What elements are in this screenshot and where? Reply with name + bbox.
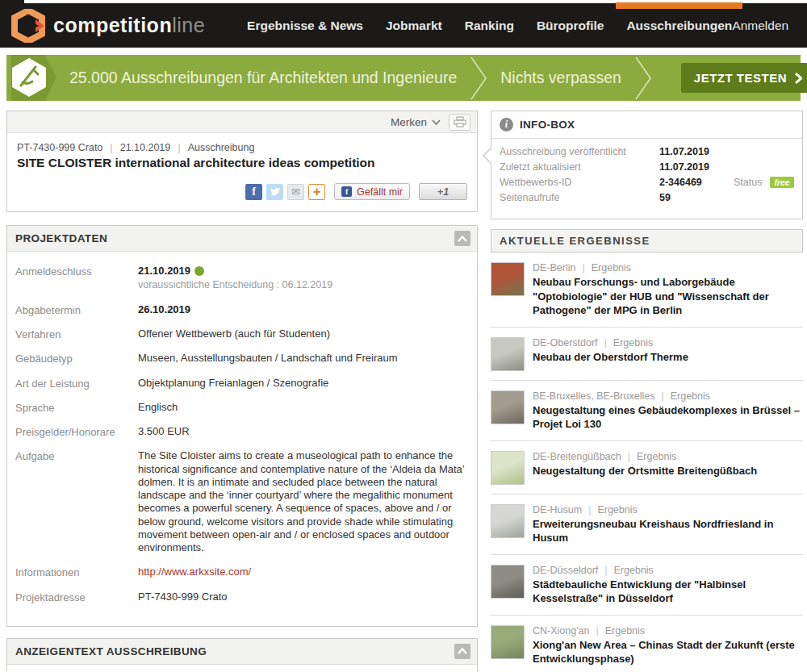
- breadcrumb-item: Ausschreibung: [188, 142, 255, 153]
- nav-item-ausschreibungen[interactable]: Ausschreibungen: [626, 19, 732, 33]
- field-row-abgabetermin: Abgabetermin26.10.2019: [15, 303, 469, 316]
- info-value: 11.07.2019: [659, 146, 734, 157]
- result-text: DE-Oberstdorf|ErgebnisNeubau der Oberstd…: [533, 337, 688, 371]
- field-value-text: Englisch: [138, 401, 178, 413]
- info-box-panel: i INFO-BOX Ausschreibung veröffentlicht1…: [491, 111, 803, 219]
- result-thumbnail: [491, 504, 525, 538]
- nav-item-ranking[interactable]: Ranking: [465, 19, 514, 33]
- projektdaten-panel: PROJEKTDATEN Anmeldeschluss21.10.2019vor…: [6, 225, 478, 627]
- result-tag: Ergebnis: [637, 451, 676, 462]
- field-row-aufgabe: AufgabeThe Site Cloister aims to create …: [15, 449, 469, 554]
- result-list-item[interactable]: DE-Berlin|ErgebnisNeubau Forschungs- und…: [491, 253, 803, 328]
- breadcrumb-item: PT-7430-999 Crato: [17, 142, 102, 153]
- info-icon: i: [500, 118, 513, 131]
- field-row-anmeldeschluss: Anmeldeschluss21.10.2019voraussichtliche…: [15, 265, 469, 292]
- top-navbar: competitionline Ergebnisse & NewsJobmark…: [0, 3, 807, 48]
- result-thumbnail: [491, 337, 525, 371]
- result-meta-separator: |: [604, 565, 607, 576]
- chevron-right-icon: [795, 73, 802, 84]
- result-location: DE-Düsseldorf: [533, 565, 598, 576]
- brand-logo[interactable]: competitionline: [11, 9, 205, 43]
- nav-item-jobmarkt[interactable]: Jobmarkt: [386, 19, 442, 33]
- chevron-down-icon: [432, 119, 441, 125]
- nav-item-ergebnisse-news[interactable]: Ergebnisse & News: [247, 19, 363, 33]
- external-link[interactable]: http://www.arkxsite.com/: [138, 566, 251, 578]
- print-button[interactable]: [449, 114, 470, 131]
- projektdaten-header: PROJEKTDATEN: [7, 226, 477, 252]
- info-row-ausschreibung-ver-ffentlicht: Ausschreibung veröffentlicht11.07.2019: [500, 146, 794, 157]
- facebook-share-icon[interactable]: f: [245, 184, 262, 200]
- email-share-icon[interactable]: ✉: [287, 184, 304, 200]
- jetzt-testen-button[interactable]: JETZT TESTEN: [681, 63, 807, 93]
- field-value-text: Museen, Ausstellungsbauten / Landschaft …: [138, 352, 398, 364]
- result-location: DE-Breitengüßbach: [533, 451, 621, 462]
- info-label: Ausschreibung veröffentlicht: [500, 146, 659, 157]
- login-link[interactable]: Anmelden: [732, 19, 788, 33]
- info-row-wettbewerbs-id: Wettbewerbs-ID2-346469Statusfree: [500, 177, 794, 188]
- result-tag: Ergebnis: [605, 625, 645, 637]
- social-share-row: f ✉ + f Gefällt mir +1: [17, 183, 467, 200]
- result-meta-separator: |: [583, 262, 585, 273]
- result-tag: Ergebnis: [614, 565, 654, 576]
- result-title: Städtebauliche Entwicklung der "Halbinse…: [533, 578, 803, 606]
- banner-tagline: Nichts verpassen: [500, 69, 621, 87]
- field-row-sprache: SpracheEnglisch: [15, 401, 469, 414]
- anzeigentext-title: ANZEIGENTEXT AUSSCHREIBUNG: [15, 645, 207, 657]
- result-meta-separator: |: [596, 625, 598, 637]
- field-row-preisgelder-honorare: Preisgelder/Honorare3.500 EUR: [15, 425, 469, 438]
- info-box-header: i INFO-BOX: [491, 111, 802, 139]
- breadcrumb-separator: |: [178, 141, 180, 153]
- result-text: BE-Bruxelles, BE-Bruxelles|ErgebnisNeuge…: [533, 390, 803, 432]
- result-thumbnail: [491, 565, 525, 599]
- chevron-up-icon: [458, 648, 467, 654]
- collapse-button[interactable]: [454, 644, 470, 659]
- field-row-verfahren: VerfahrenOffener Wettbewerb (auch für St…: [15, 328, 469, 340]
- result-list-item[interactable]: DE-Düsseldorf|ErgebnisStädtebauliche Ent…: [491, 555, 803, 616]
- result-meta-separator: |: [661, 390, 663, 402]
- promo-banner[interactable]: 25.000 Ausschreibungen für Architekten u…: [6, 55, 801, 101]
- result-thumbnail: [491, 262, 525, 296]
- result-list-item[interactable]: DE-Oberstdorf|ErgebnisNeubau der Oberstd…: [491, 328, 803, 381]
- field-value-text: 26.10.2019: [138, 303, 190, 315]
- result-tag: Ergebnis: [592, 262, 631, 273]
- field-row-art-der-leistung: Art der LeistungObjektplanung Freianlage…: [15, 377, 469, 390]
- result-list-item[interactable]: DE-Breitengüßbach|ErgebnisNeugestaltung …: [491, 441, 803, 495]
- chevron-up-icon: [458, 236, 467, 242]
- page-title: SITE CLOISTER international architecture…: [17, 156, 467, 170]
- result-title: Neugestaltung eines Gebäudekomplexes in …: [533, 403, 803, 432]
- field-value: 21.10.2019voraussichtliche Entscheidung …: [138, 265, 469, 292]
- info-label: Seitenaufrufe: [500, 192, 659, 203]
- field-label: Preisgelder/Honorare: [15, 425, 138, 438]
- google-plus-one-button[interactable]: +1: [419, 183, 467, 200]
- field-label: Projektadresse: [15, 591, 138, 603]
- merken-dropdown[interactable]: Merken: [391, 116, 441, 128]
- merken-bar: Merken: [7, 111, 477, 133]
- result-meta: DE-Breitengüßbach|Ergebnis: [533, 451, 757, 462]
- info-label: Wettbewerbs-ID: [500, 177, 659, 188]
- field-value-text: Offener Wettbewerb (auch für Studenten): [138, 328, 330, 340]
- result-list-item[interactable]: CN-Xiong'an|ErgebnisXiong'an New Area – …: [491, 616, 803, 672]
- field-row-informationen: Informationenhttp://www.arkxsite.com/: [15, 566, 469, 578]
- field-row-geb-udetyp: GebäudetypMuseen, Ausstellungsbauten / L…: [15, 352, 469, 365]
- nav-item-b-roprofile[interactable]: Büroprofile: [537, 19, 604, 33]
- result-text: DE-Husum|ErgebnisErweiterungsneubau Krei…: [533, 504, 803, 545]
- result-location: DE-Husum: [533, 504, 582, 515]
- result-list-item[interactable]: BE-Bruxelles, BE-Bruxelles|ErgebnisNeuge…: [491, 381, 803, 441]
- result-thumbnail: [491, 625, 525, 659]
- deadline-status-dot: [194, 266, 204, 276]
- result-list-item[interactable]: DE-Husum|ErgebnisErweiterungsneubau Krei…: [491, 495, 803, 555]
- field-label: Sprache: [15, 401, 138, 414]
- field-label: Informationen: [15, 566, 138, 578]
- twitter-share-icon[interactable]: [266, 184, 283, 200]
- result-location: DE-Oberstdorf: [533, 337, 598, 349]
- share-plus-icon[interactable]: +: [308, 184, 325, 200]
- result-text: DE-Düsseldorf|ErgebnisStädtebauliche Ent…: [533, 565, 803, 606]
- printer-icon: [454, 116, 466, 127]
- result-thumbnail: [491, 390, 525, 424]
- field-value: Museen, Ausstellungsbauten / Landschaft …: [138, 352, 469, 365]
- facebook-like-button[interactable]: f Gefällt mir: [334, 183, 410, 200]
- field-value-text: The Site Cloister aims to create a museo…: [138, 449, 464, 553]
- field-row-projektadresse: ProjektadressePT-7430-999 Crato: [15, 591, 469, 603]
- collapse-button[interactable]: [454, 231, 470, 246]
- result-thumbnail: [491, 451, 525, 485]
